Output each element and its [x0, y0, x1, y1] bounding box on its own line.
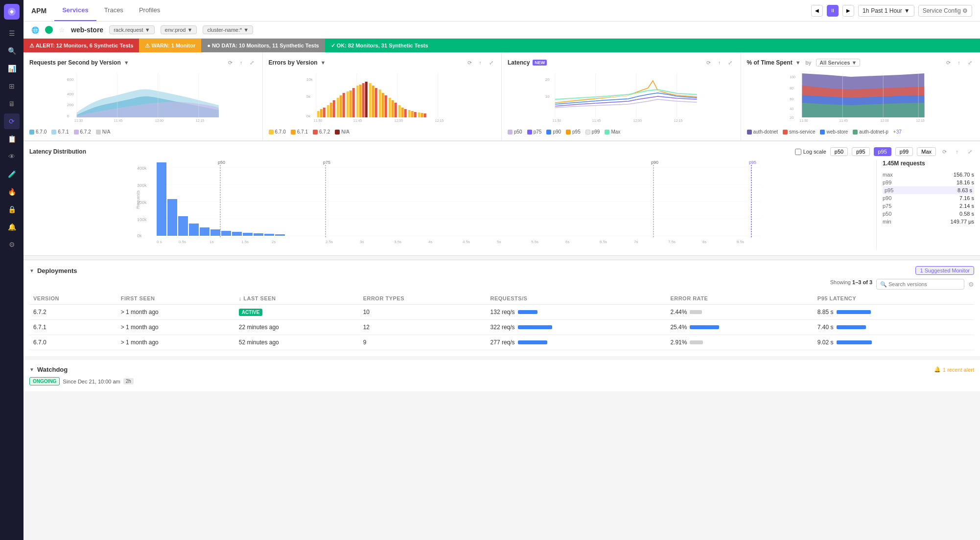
alert-gray[interactable]: ● NO DATA: 10 Monitors, 11 Synthetic Tes… — [201, 39, 325, 52]
error-types-670: 9 — [359, 335, 487, 350]
search-versions-input[interactable] — [876, 279, 964, 290]
svg-text:11:30: 11:30 — [313, 119, 322, 122]
all-services-selector[interactable]: All Services ▼ — [816, 59, 860, 67]
latency-dist-chart: 400k 300k 200k 100k 0k Requests — [29, 160, 876, 249]
max-button[interactable]: Max — [917, 147, 936, 156]
tab-services[interactable]: Services — [54, 0, 96, 21]
time-spent-chart-header: % of Time Spent ▼ by All Services ▼ ⟳ ↑ … — [747, 58, 975, 67]
suggested-monitor-button[interactable]: 1 Suggested Monitor — [915, 266, 974, 275]
latency-dist-expand-icon[interactable]: ⤢ — [965, 147, 974, 156]
time-spent-export-icon[interactable]: ↑ — [955, 58, 963, 67]
time-back-button[interactable]: ◀ — [811, 5, 823, 17]
latency-export-icon[interactable]: ↑ — [715, 58, 724, 67]
latency-requests-count: 1.45M requests — [883, 160, 974, 167]
svg-rect-40 — [394, 103, 397, 117]
alert-red[interactable]: ⚠ ALERT: 12 Monitors, 6 Synthetic Tests — [23, 39, 139, 52]
sidebar-apm-icon[interactable]: ⟳ — [4, 113, 20, 129]
stat-p95: p95 8.63 s — [883, 186, 974, 194]
svg-rect-31 — [365, 82, 367, 117]
time-forward-button[interactable]: ▶ — [842, 5, 854, 17]
service-tag-rack[interactable]: rack.request ▼ — [109, 25, 154, 34]
table-settings-icon[interactable]: ⚙ — [968, 281, 974, 288]
stat-min: min 149.77 μs — [883, 218, 974, 225]
alert-green[interactable]: ✓ OK: 82 Monitors, 31 Synthetic Tests — [325, 39, 980, 52]
service-config-button[interactable]: Service Config ⚙ — [918, 5, 972, 17]
sidebar-monitors-icon[interactable]: 🔔 — [4, 219, 20, 235]
sidebar-infrastructure-icon[interactable]: 🖥 — [4, 96, 20, 112]
errors-export-icon[interactable]: ↑ — [476, 58, 485, 67]
rps-sync-icon[interactable]: ⟳ — [226, 58, 235, 67]
rps-dropdown-icon[interactable]: ▼ — [124, 60, 129, 66]
svg-rect-98 — [221, 231, 231, 236]
time-spent-dropdown-icon[interactable]: ▼ — [795, 60, 801, 66]
time-spent-sync-icon[interactable]: ⟳ — [944, 58, 953, 67]
time-pause-button[interactable]: ⏸ — [827, 5, 839, 17]
p99-button[interactable]: p99 — [895, 147, 913, 156]
alert-yellow[interactable]: ⚠ WARN: 1 Monitor — [139, 39, 201, 52]
sidebar-search-icon[interactable]: 🔍 — [4, 43, 20, 59]
col-requests[interactable]: REQUESTS/S — [487, 292, 667, 305]
svg-text:300k: 300k — [137, 183, 147, 188]
col-p95[interactable]: P95 LATENCY — [814, 292, 974, 305]
errors-sync-icon[interactable]: ⟳ — [465, 58, 474, 67]
sidebar-synthetics-icon[interactable]: 🧪 — [4, 166, 20, 182]
col-first-seen[interactable]: FIRST SEEN — [117, 292, 235, 305]
latency-dist-sync-icon[interactable]: ⟳ — [940, 147, 949, 156]
sidebar-rum-icon[interactable]: 👁 — [4, 149, 20, 164]
p95-button[interactable]: p95 — [852, 147, 869, 156]
col-version[interactable]: VERSION — [29, 292, 117, 305]
rps-export-icon[interactable]: ↑ — [237, 58, 246, 67]
col-error-rate[interactable]: ERROR RATE — [666, 292, 813, 305]
svg-text:12:00: 12:00 — [155, 119, 164, 122]
sidebar: ☰ 🔍 📊 ⊞ 🖥 ⟳ 📋 👁 🧪 🔥 🔒 🔔 ⚙ — [0, 0, 23, 540]
first-seen-672: > 1 month ago — [117, 305, 235, 320]
rps-expand-icon[interactable]: ⤢ — [248, 58, 257, 67]
latency-stats-panel: 1.45M requests max 156.70 s p99 18.16 s … — [876, 160, 974, 249]
log-scale-checkbox[interactable]: Log scale — [795, 149, 826, 155]
sidebar-events-icon[interactable]: 📊 — [4, 61, 20, 76]
p50-button[interactable]: p50 — [830, 147, 848, 156]
watchdog-duration-badge: 2h — [123, 378, 134, 384]
watchdog-title[interactable]: ▼ Watchdog — [29, 366, 68, 373]
sidebar-profiling-icon[interactable]: 🔥 — [4, 184, 20, 200]
latency-distribution-section: Latency Distribution Log scale p50 p95 p… — [23, 141, 980, 256]
time-spent-expand-icon[interactable]: ⤢ — [965, 58, 974, 67]
sidebar-security-icon[interactable]: 🔒 — [4, 202, 20, 217]
time-selector[interactable]: 1h Past 1 Hour ▼ — [858, 5, 914, 17]
svg-rect-101 — [254, 233, 263, 236]
log-scale-input[interactable] — [795, 149, 801, 155]
last-seen-672: ACTIVE — [235, 305, 359, 320]
ongoing-badge: ONGOING — [29, 377, 60, 385]
latency-controls: Log scale p50 p95 p95 p99 Max ⟳ ↑ ⤢ — [795, 147, 974, 156]
tab-traces[interactable]: Traces — [96, 0, 131, 21]
error-rate-670: 2.91% — [666, 335, 813, 350]
service-tag-cluster[interactable]: cluster-name:* ▼ — [203, 25, 253, 34]
rps-chart-title: Requests per Second by Version ▼ — [29, 59, 129, 66]
latency-dist-title: Latency Distribution — [29, 148, 86, 155]
latency-expand-icon[interactable]: ⤢ — [726, 58, 735, 67]
sidebar-settings-icon[interactable]: ⚙ — [4, 237, 20, 252]
svg-text:0.5s: 0.5s — [179, 240, 186, 244]
sidebar-menu-icon[interactable]: ☰ — [4, 25, 20, 41]
service-tag-env[interactable]: env:prod ▼ — [161, 25, 197, 34]
latency-dist-export-icon[interactable]: ↑ — [953, 147, 961, 156]
svg-rect-95 — [189, 224, 199, 236]
svg-rect-29 — [359, 85, 361, 117]
errors-expand-icon[interactable]: ⤢ — [487, 58, 495, 67]
sidebar-logs-icon[interactable]: 📋 — [4, 131, 20, 147]
rps-legend: 6.7.0 6.7.1 6.7.2 N/A — [29, 129, 257, 135]
sidebar-dashboards-icon[interactable]: ⊞ — [4, 78, 20, 94]
deployments-title[interactable]: ▼ Deployments — [29, 267, 77, 274]
svg-text:0 s: 0 s — [157, 240, 162, 244]
svg-rect-36 — [381, 93, 384, 117]
col-last-seen[interactable]: ↓ LAST SEEN — [235, 292, 359, 305]
error-types-671: 12 — [359, 320, 487, 335]
service-star-icon[interactable]: ☆ — [59, 26, 65, 34]
col-error-types[interactable]: ERROR TYPES — [359, 292, 487, 305]
watchdog-since-text: Since Dec 21, 10:00 am — [63, 379, 120, 384]
svg-rect-16 — [317, 111, 319, 117]
tab-profiles[interactable]: Profiles — [131, 0, 168, 21]
errors-dropdown-icon[interactable]: ▼ — [321, 60, 326, 66]
latency-sync-icon[interactable]: ⟳ — [704, 58, 713, 67]
p95-active-button[interactable]: p95 — [874, 147, 891, 156]
